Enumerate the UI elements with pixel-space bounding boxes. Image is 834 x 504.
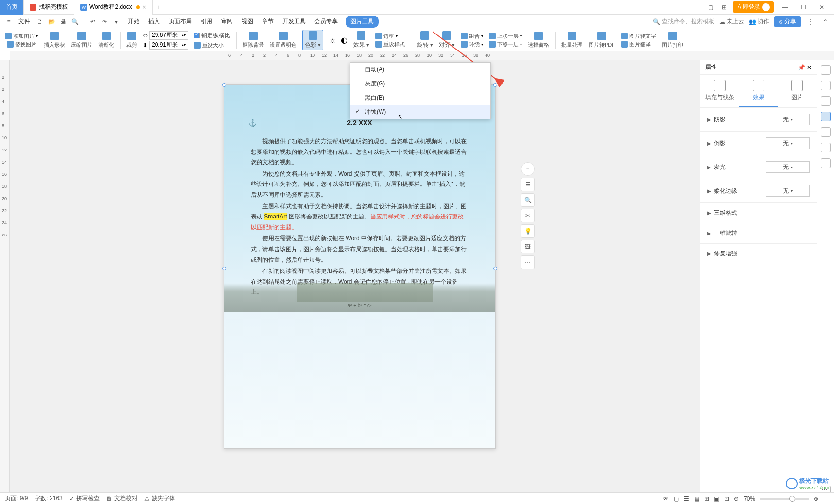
view5-icon[interactable]: ▣ <box>714 495 719 502</box>
apps-icon[interactable]: ⊞ <box>719 2 729 12</box>
sharpen-button[interactable]: 清晰化 <box>98 32 114 49</box>
zoom-button[interactable]: 🔍 <box>521 193 535 207</box>
add-image-button[interactable]: 添加图片▾ <box>5 33 38 40</box>
close-tab-icon[interactable]: × <box>143 4 146 11</box>
height-input[interactable]: 20.91厘米▴▾ <box>149 41 188 50</box>
lock-ratio-checkbox[interactable]: 锁定纵横比 <box>194 32 230 40</box>
to-pdf-button[interactable]: 图片转PDF <box>589 32 615 49</box>
zoom-value[interactable]: 70% <box>744 495 755 502</box>
rail-pen-icon[interactable] <box>821 81 831 90</box>
tab-picture[interactable]: 图片 <box>778 75 817 107</box>
close-window-button[interactable]: ✕ <box>815 2 829 12</box>
rail-diamond-icon[interactable] <box>821 65 831 75</box>
tab-references[interactable]: 引用 <box>200 16 213 28</box>
section-3d-rotate[interactable]: ▶三维旋转 <box>700 223 817 244</box>
select-pane-button[interactable]: 选择窗格 <box>528 32 549 49</box>
tab-templates[interactable]: 找稻壳模板 <box>24 0 74 15</box>
menu-icon[interactable]: ≡ <box>4 17 14 27</box>
horizontal-ruler[interactable]: 642246810121416182022242628303234363840 <box>10 51 834 60</box>
document-canvas[interactable]: ⚓ 2.2 XXX 视频提供了功能强大的方法帮助您证明您的观点。当您单击联机视频… <box>10 60 700 495</box>
preview-icon[interactable]: 🔍 <box>70 17 80 27</box>
rail-book-icon[interactable] <box>821 158 831 168</box>
section-3d[interactable]: ▶三维格式 <box>700 203 817 223</box>
image-float-button[interactable]: 🖼 <box>521 240 535 253</box>
fullscreen-icon[interactable]: ⛶ <box>823 495 829 502</box>
color-button[interactable]: 色彩 ▾ <box>302 30 323 50</box>
vertical-ruler[interactable]: 22468101214161820222426 <box>0 60 10 495</box>
login-button[interactable]: 立即登录 <box>733 1 774 13</box>
more-float-button[interactable]: ⋯ <box>521 255 535 269</box>
add-tab-button[interactable]: + <box>153 4 166 11</box>
open-icon[interactable]: 📂 <box>47 17 56 27</box>
shadow-select[interactable]: 无▾ <box>766 114 810 125</box>
page-indicator[interactable]: 页面: 9/9 <box>5 494 28 503</box>
eye-icon[interactable]: 👁 <box>663 495 669 502</box>
rail-select-icon[interactable] <box>821 96 831 106</box>
section-shadow[interactable]: ▶阴影无▾ <box>700 108 817 132</box>
tab-developer[interactable]: 开发工具 <box>281 16 307 28</box>
batch-button[interactable]: 批量处理 <box>561 32 583 49</box>
more-icon[interactable]: ⋮ <box>806 17 816 27</box>
crop-float-button[interactable]: ✂ <box>521 209 535 222</box>
tab-insert[interactable]: 插入 <box>147 16 161 28</box>
zoom-in-icon[interactable]: ⊕ <box>814 495 818 502</box>
zoom-out-icon[interactable]: ⊖ <box>734 495 739 502</box>
pin-icon[interactable]: 📌 <box>798 64 805 71</box>
insert-shape-button[interactable]: 插入形状 <box>44 32 65 49</box>
idea-button[interactable]: 💡 <box>521 224 535 238</box>
tab-review[interactable]: 审阅 <box>220 16 234 28</box>
section-enhance[interactable]: ▶修复增强 <box>700 244 817 264</box>
color-washout-item[interactable]: 冲蚀(W) <box>350 105 490 119</box>
redo-icon[interactable]: ↷ <box>100 17 109 27</box>
translate-button[interactable]: 图片翻译 <box>621 41 656 48</box>
close-panel-icon[interactable]: ✕ <box>807 64 812 71</box>
tab-start[interactable]: 开始 <box>127 16 140 28</box>
tab-fill-line[interactable]: 填充与线条 <box>700 75 739 107</box>
spell-check-button[interactable]: ✓拼写检查 <box>70 494 100 503</box>
tab-picture-tools[interactable]: 图片工具 <box>346 16 379 28</box>
dropdown-icon[interactable]: ▾ <box>111 17 121 27</box>
glow-select[interactable]: 无▾ <box>766 161 810 173</box>
missing-font-button[interactable]: ⚠缺失字体 <box>144 494 175 503</box>
reset-size-button[interactable]: 重设大小 <box>194 42 230 49</box>
to-text-button[interactable]: 图片转文字 <box>621 33 656 40</box>
brightness-icon[interactable]: ☼ <box>329 36 336 45</box>
zoom-slider[interactable] <box>760 498 809 500</box>
view4-icon[interactable]: ⊞ <box>704 495 709 502</box>
document-page[interactable]: ⚓ 2.2 XXX 视频提供了功能强大的方法帮助您证明您的观点。当您单击联机视频… <box>224 84 496 449</box>
file-menu[interactable]: 文件 <box>16 17 33 27</box>
tab-view[interactable]: 视图 <box>241 16 254 28</box>
border-button[interactable]: 边框▾ <box>375 33 405 40</box>
rail-image-icon[interactable] <box>821 127 831 137</box>
rail-properties-icon[interactable] <box>821 112 831 121</box>
tab-document[interactable]: WWord教程2.docx× <box>74 0 153 15</box>
effect-button[interactable]: 效果 ▾ <box>353 31 369 49</box>
word-count[interactable]: 字数: 2163 <box>35 494 62 503</box>
color-bw-item[interactable]: 黑白(B) <box>350 91 490 105</box>
compress-button[interactable]: 压缩图片 <box>71 32 92 49</box>
print-icon[interactable]: 🖶 <box>58 17 68 27</box>
maximize-button[interactable]: ☐ <box>796 2 811 12</box>
layout-icon[interactable]: ▢ <box>706 2 715 12</box>
section-reflection[interactable]: ▶倒影无▾ <box>700 132 817 155</box>
tab-home[interactable]: 首页 <box>0 0 24 15</box>
collapse-icon[interactable]: ⌃ <box>820 17 830 27</box>
view2-icon[interactable]: ☰ <box>684 495 689 502</box>
tab-section[interactable]: 章节 <box>261 16 275 28</box>
proof-button[interactable]: 🗎文档校对 <box>106 494 138 503</box>
search-input[interactable]: 🔍查找命令、搜索模板 <box>653 17 714 26</box>
remove-bg-button[interactable]: 抠除背景 <box>243 32 264 49</box>
view1-icon[interactable]: ▢ <box>674 495 679 502</box>
color-auto-item[interactable]: 自动(A) <box>350 63 490 77</box>
crop-button[interactable]: 裁剪 <box>126 32 137 49</box>
reset-style-button[interactable]: 重设样式 <box>375 41 405 48</box>
share-button[interactable]: ⎋分享 <box>774 16 801 27</box>
cloud-button[interactable]: ☁未上云 <box>719 17 744 26</box>
color-gray-item[interactable]: 灰度(G) <box>350 77 490 91</box>
transparent-button[interactable]: 设置透明色 <box>270 32 296 49</box>
undo-icon[interactable]: ↶ <box>88 17 98 27</box>
print-image-button[interactable]: 图片打印 <box>662 32 683 49</box>
tab-effect[interactable]: 效果 <box>739 75 778 107</box>
section-glow[interactable]: ▶发光无▾ <box>700 155 817 179</box>
layout-option-button[interactable]: ☰ <box>521 178 535 191</box>
